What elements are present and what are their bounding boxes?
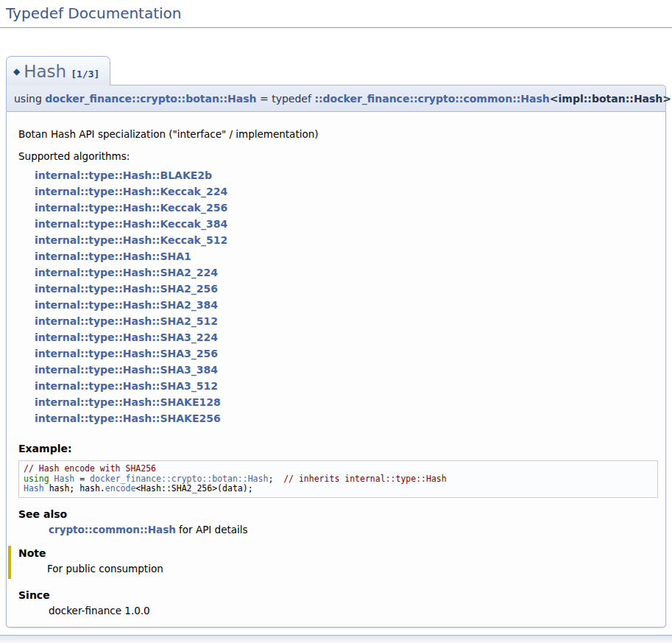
algorithm-link[interactable]: internal::type::Hash::SHA3_512 xyxy=(35,380,218,392)
member-prototype: using docker_finance::crypto::botan::Has… xyxy=(6,85,666,112)
doc-intro-text: Botan Hash API specialization ("interfac… xyxy=(18,128,658,140)
list-item: internal::type::Hash::SHA2_384 xyxy=(35,297,658,313)
list-item: internal::type::Hash::SHAKE256 xyxy=(35,410,658,426)
algorithm-link[interactable]: internal::type::Hash::SHA3_384 xyxy=(35,364,218,376)
note-text: For public consumption xyxy=(47,563,658,575)
algorithm-link[interactable]: internal::type::Hash::SHA3_256 xyxy=(35,348,218,359)
code-text: hash; hash. xyxy=(44,483,105,493)
list-item: internal::type::Hash::BLAKE2b xyxy=(35,167,658,183)
see-also-label: See also xyxy=(18,508,658,520)
algorithm-link[interactable]: internal::type::Hash::SHAKE128 xyxy=(35,396,221,408)
algorithm-link[interactable]: internal::type::Hash::Keccak_384 xyxy=(35,218,227,230)
member-tab: ◆Hash[1/3] xyxy=(6,56,110,85)
proto-template-args: <impl::botan::Hash> xyxy=(550,93,671,105)
list-item: internal::type::Hash::Keccak_256 xyxy=(35,200,658,216)
list-item: internal::type::Hash::SHAKE128 xyxy=(35,394,658,410)
algorithms-list: internal::type::Hash::BLAKE2b internal::… xyxy=(14,167,658,426)
permalink-anchor-icon[interactable]: ◆ xyxy=(13,66,20,77)
code-link[interactable]: docker_finance::crypto::botan::Hash xyxy=(90,474,268,484)
see-also-section: See also crypto::common::Hash for API de… xyxy=(18,508,658,535)
code-link[interactable]: Hash xyxy=(24,483,44,493)
proto-using-keyword: using xyxy=(14,93,45,105)
algorithm-link[interactable]: internal::type::Hash::SHAKE256 xyxy=(35,412,221,424)
example-label: Example: xyxy=(18,443,658,454)
note-section: Note For public consumption xyxy=(8,546,658,579)
code-line: // Hash encode with SHA256 xyxy=(24,464,653,474)
proto-typedef-keyword: = typedef xyxy=(257,93,315,105)
see-also-content: crypto::common::Hash for API details xyxy=(49,524,658,535)
list-item: internal::type::Hash::SHA2_256 xyxy=(35,281,658,297)
code-text: ; xyxy=(268,474,283,484)
code-text: <Hash::SHA2_256>(data); xyxy=(135,483,252,493)
list-item: internal::type::Hash::Keccak_512 xyxy=(35,232,658,248)
code-comment: // inherits internal::type::Hash xyxy=(283,474,447,484)
list-item: internal::type::Hash::SHA3_384 xyxy=(35,362,658,378)
code-link[interactable]: encode xyxy=(105,483,136,493)
member-tab-title: Hash xyxy=(24,62,66,81)
since-text: docker-finance 1.0.0 xyxy=(49,605,658,616)
algorithm-link[interactable]: internal::type::Hash::SHA2_512 xyxy=(35,315,218,327)
code-text: = xyxy=(74,474,90,484)
code-comment: // Hash encode with SHA256 xyxy=(24,463,156,474)
algorithms-label: Supported algorithms: xyxy=(18,150,658,162)
page-bottom-rule xyxy=(0,635,672,643)
list-item: internal::type::Hash::Keccak_224 xyxy=(35,183,658,200)
code-text xyxy=(49,474,54,484)
member-overload-badge: [1/3] xyxy=(71,68,99,80)
member-item: ◆Hash[1/3] using docker_finance::crypto:… xyxy=(6,56,666,628)
see-also-suffix: for API details xyxy=(176,524,248,535)
member-doc: Botan Hash API specialization ("interfac… xyxy=(6,112,666,628)
algorithm-link[interactable]: internal::type::Hash::SHA2_256 xyxy=(35,283,218,295)
footer-shade xyxy=(0,636,672,643)
list-item: internal::type::Hash::SHA1 xyxy=(35,248,658,264)
algorithm-link[interactable]: internal::type::Hash::SHA1 xyxy=(35,250,191,262)
since-label: Since xyxy=(18,589,658,601)
list-item: internal::type::Hash::SHA3_224 xyxy=(35,329,658,345)
code-fragment: // Hash encode with SHA256 using Hash = … xyxy=(18,460,658,498)
list-item: internal::type::Hash::SHA2_512 xyxy=(35,313,658,329)
note-label: Note xyxy=(18,547,658,559)
code-keyword: using xyxy=(24,474,49,484)
proto-type-link[interactable]: ::docker_finance::crypto::common::Hash xyxy=(314,93,549,105)
page-title: Typedef Documentation xyxy=(0,0,672,28)
list-item: internal::type::Hash::SHA2_224 xyxy=(35,264,658,281)
algorithm-link[interactable]: internal::type::Hash::SHA2_224 xyxy=(35,267,218,278)
algorithm-link[interactable]: internal::type::Hash::SHA3_224 xyxy=(35,331,218,343)
code-line: Hash hash; hash.encode<Hash::SHA2_256>(d… xyxy=(24,484,653,494)
proto-name-link[interactable]: docker_finance::crypto::botan::Hash xyxy=(45,93,256,105)
list-item: internal::type::Hash::SHA3_256 xyxy=(35,345,658,362)
algorithm-link[interactable]: internal::type::Hash::Keccak_224 xyxy=(35,186,227,197)
algorithm-link[interactable]: internal::type::Hash::Keccak_256 xyxy=(35,202,227,214)
list-item: internal::type::Hash::Keccak_384 xyxy=(35,216,658,232)
since-section: Since docker-finance 1.0.0 xyxy=(18,589,658,616)
see-also-link[interactable]: crypto::common::Hash xyxy=(49,524,176,535)
algorithm-link[interactable]: internal::type::Hash::Keccak_512 xyxy=(35,234,227,246)
code-link[interactable]: Hash xyxy=(54,474,75,484)
code-line: using Hash = docker_finance::crypto::bot… xyxy=(24,474,653,485)
algorithm-link[interactable]: internal::type::Hash::BLAKE2b xyxy=(35,169,212,181)
list-item: internal::type::Hash::SHA3_512 xyxy=(35,378,658,394)
algorithm-link[interactable]: internal::type::Hash::SHA2_384 xyxy=(35,299,218,311)
